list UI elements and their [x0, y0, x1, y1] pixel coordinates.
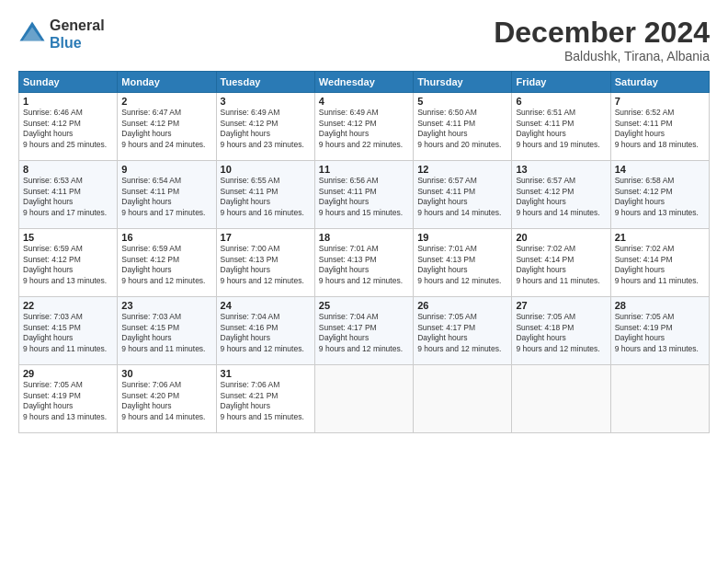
col-header-thursday: Thursday — [414, 72, 512, 93]
calendar-cell: 27Sunrise: 7:05 AMSunset: 4:18 PMDayligh… — [512, 297, 610, 365]
day-info: Sunrise: 6:57 AMSunset: 4:12 PMDaylight … — [516, 176, 606, 218]
day-number: 26 — [417, 300, 507, 311]
day-number: 4 — [319, 96, 409, 107]
calendar-cell: 19Sunrise: 7:01 AMSunset: 4:13 PMDayligh… — [414, 229, 512, 297]
calendar-cell: 11Sunrise: 6:56 AMSunset: 4:11 PMDayligh… — [314, 161, 413, 229]
day-number: 20 — [516, 232, 606, 243]
calendar-week-1: 1Sunrise: 6:46 AMSunset: 4:12 PMDaylight… — [19, 93, 710, 161]
calendar-cell — [414, 365, 512, 433]
calendar-cell: 29Sunrise: 7:05 AMSunset: 4:19 PMDayligh… — [19, 365, 118, 433]
col-header-friday: Friday — [512, 72, 610, 93]
calendar-cell: 24Sunrise: 7:04 AMSunset: 4:16 PMDayligh… — [216, 297, 314, 365]
logo: General Blue — [18, 17, 105, 52]
calendar-cell: 1Sunrise: 6:46 AMSunset: 4:12 PMDaylight… — [19, 93, 118, 161]
day-number: 3 — [221, 96, 311, 107]
col-header-monday: Monday — [118, 72, 216, 93]
day-number: 27 — [516, 300, 606, 311]
day-info: Sunrise: 6:53 AMSunset: 4:11 PMDaylight … — [23, 176, 113, 218]
col-header-saturday: Saturday — [610, 72, 709, 93]
day-number: 21 — [615, 232, 705, 243]
calendar-cell: 30Sunrise: 7:06 AMSunset: 4:20 PMDayligh… — [118, 365, 216, 433]
day-info: Sunrise: 7:05 AMSunset: 4:19 PMDaylight … — [23, 380, 113, 422]
day-info: Sunrise: 6:59 AMSunset: 4:12 PMDaylight … — [23, 244, 113, 286]
day-number: 28 — [615, 300, 705, 311]
col-header-sunday: Sunday — [19, 72, 118, 93]
calendar-cell: 16Sunrise: 6:59 AMSunset: 4:12 PMDayligh… — [118, 229, 216, 297]
day-number: 8 — [23, 164, 113, 175]
day-info: Sunrise: 7:03 AMSunset: 4:15 PMDaylight … — [121, 312, 211, 354]
logo-text: General Blue — [50, 17, 105, 52]
day-number: 31 — [221, 368, 311, 379]
subtitle: Baldushk, Tirana, Albania — [494, 49, 710, 63]
day-number: 12 — [417, 164, 507, 175]
day-info: Sunrise: 7:03 AMSunset: 4:15 PMDaylight … — [23, 312, 113, 354]
day-info: Sunrise: 7:06 AMSunset: 4:20 PMDaylight … — [121, 380, 211, 422]
day-info: Sunrise: 7:00 AMSunset: 4:13 PMDaylight … — [221, 244, 311, 286]
calendar-week-5: 29Sunrise: 7:05 AMSunset: 4:19 PMDayligh… — [19, 365, 710, 433]
header: General Blue December 2024 Baldushk, Tir… — [18, 17, 710, 63]
day-info: Sunrise: 7:04 AMSunset: 4:17 PMDaylight … — [319, 312, 409, 354]
day-info: Sunrise: 6:50 AMSunset: 4:11 PMDaylight … — [417, 108, 507, 150]
calendar-cell: 31Sunrise: 7:06 AMSunset: 4:21 PMDayligh… — [216, 365, 314, 433]
day-info: Sunrise: 7:02 AMSunset: 4:14 PMDaylight … — [615, 244, 705, 286]
day-info: Sunrise: 7:01 AMSunset: 4:13 PMDaylight … — [417, 244, 507, 286]
month-title: December 2024 — [494, 17, 710, 49]
day-number: 29 — [23, 368, 113, 379]
day-info: Sunrise: 6:57 AMSunset: 4:11 PMDaylight … — [417, 176, 507, 218]
day-info: Sunrise: 6:49 AMSunset: 4:12 PMDaylight … — [319, 108, 409, 150]
calendar-cell: 13Sunrise: 6:57 AMSunset: 4:12 PMDayligh… — [512, 161, 610, 229]
day-number: 18 — [319, 232, 409, 243]
day-info: Sunrise: 7:05 AMSunset: 4:17 PMDaylight … — [417, 312, 507, 354]
calendar-cell: 26Sunrise: 7:05 AMSunset: 4:17 PMDayligh… — [414, 297, 512, 365]
calendar-cell: 2Sunrise: 6:47 AMSunset: 4:12 PMDaylight… — [118, 93, 216, 161]
calendar-cell: 5Sunrise: 6:50 AMSunset: 4:11 PMDaylight… — [414, 93, 512, 161]
day-number: 5 — [417, 96, 507, 107]
day-number: 2 — [121, 96, 211, 107]
day-info: Sunrise: 6:49 AMSunset: 4:12 PMDaylight … — [221, 108, 311, 150]
day-number: 11 — [319, 164, 409, 175]
day-info: Sunrise: 6:52 AMSunset: 4:11 PMDaylight … — [615, 108, 705, 150]
calendar-cell: 22Sunrise: 7:03 AMSunset: 4:15 PMDayligh… — [19, 297, 118, 365]
day-number: 10 — [221, 164, 311, 175]
day-number: 13 — [516, 164, 606, 175]
calendar-week-4: 22Sunrise: 7:03 AMSunset: 4:15 PMDayligh… — [19, 297, 710, 365]
day-number: 6 — [516, 96, 606, 107]
day-info: Sunrise: 7:05 AMSunset: 4:18 PMDaylight … — [516, 312, 606, 354]
calendar-cell: 4Sunrise: 6:49 AMSunset: 4:12 PMDaylight… — [314, 93, 413, 161]
calendar: SundayMondayTuesdayWednesdayThursdayFrid… — [18, 71, 710, 433]
calendar-cell: 3Sunrise: 6:49 AMSunset: 4:12 PMDaylight… — [216, 93, 314, 161]
calendar-cell: 14Sunrise: 6:58 AMSunset: 4:12 PMDayligh… — [610, 161, 709, 229]
calendar-cell — [512, 365, 610, 433]
day-info: Sunrise: 7:02 AMSunset: 4:14 PMDaylight … — [516, 244, 606, 286]
day-info: Sunrise: 7:05 AMSunset: 4:19 PMDaylight … — [615, 312, 705, 354]
page: General Blue December 2024 Baldushk, Tir… — [0, 0, 728, 563]
day-info: Sunrise: 7:01 AMSunset: 4:13 PMDaylight … — [319, 244, 409, 286]
day-number: 14 — [615, 164, 705, 175]
day-number: 24 — [221, 300, 311, 311]
calendar-week-3: 15Sunrise: 6:59 AMSunset: 4:12 PMDayligh… — [19, 229, 710, 297]
logo-icon — [18, 20, 46, 48]
calendar-cell: 8Sunrise: 6:53 AMSunset: 4:11 PMDaylight… — [19, 161, 118, 229]
day-info: Sunrise: 6:47 AMSunset: 4:12 PMDaylight … — [121, 108, 211, 150]
day-number: 9 — [121, 164, 211, 175]
col-header-tuesday: Tuesday — [216, 72, 314, 93]
calendar-cell: 20Sunrise: 7:02 AMSunset: 4:14 PMDayligh… — [512, 229, 610, 297]
day-number: 17 — [221, 232, 311, 243]
day-info: Sunrise: 6:56 AMSunset: 4:11 PMDaylight … — [319, 176, 409, 218]
day-info: Sunrise: 7:06 AMSunset: 4:21 PMDaylight … — [221, 380, 311, 422]
calendar-cell: 25Sunrise: 7:04 AMSunset: 4:17 PMDayligh… — [314, 297, 413, 365]
day-info: Sunrise: 6:54 AMSunset: 4:11 PMDaylight … — [121, 176, 211, 218]
day-number: 15 — [23, 232, 113, 243]
day-info: Sunrise: 6:46 AMSunset: 4:12 PMDaylight … — [23, 108, 113, 150]
calendar-cell: 6Sunrise: 6:51 AMSunset: 4:11 PMDaylight… — [512, 93, 610, 161]
day-number: 30 — [121, 368, 211, 379]
day-info: Sunrise: 6:58 AMSunset: 4:12 PMDaylight … — [615, 176, 705, 218]
day-number: 22 — [23, 300, 113, 311]
calendar-cell: 28Sunrise: 7:05 AMSunset: 4:19 PMDayligh… — [610, 297, 709, 365]
day-number: 19 — [417, 232, 507, 243]
calendar-cell — [314, 365, 413, 433]
day-number: 1 — [23, 96, 113, 107]
calendar-cell — [610, 365, 709, 433]
calendar-cell: 12Sunrise: 6:57 AMSunset: 4:11 PMDayligh… — [414, 161, 512, 229]
day-info: Sunrise: 7:04 AMSunset: 4:16 PMDaylight … — [221, 312, 311, 354]
